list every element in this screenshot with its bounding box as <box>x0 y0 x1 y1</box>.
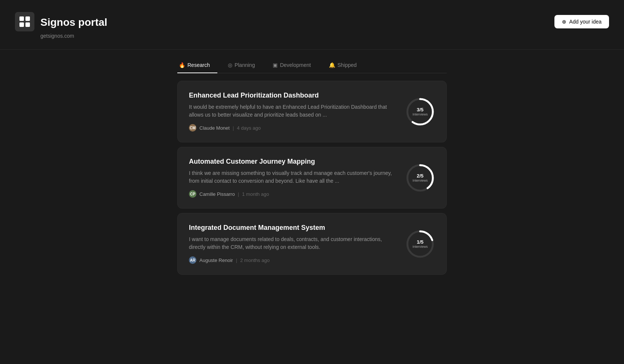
time-ago: 1 month ago <box>242 191 269 197</box>
card-meta: CM Claude Monet | 4 days ago <box>189 124 398 132</box>
logo-title-row: Signos portal <box>15 12 107 31</box>
card-body: Integrated Document Management System I … <box>189 224 398 264</box>
avatar: CM <box>189 124 196 132</box>
ring-fraction: 1/5 <box>417 240 423 244</box>
card-item[interactable]: Integrated Document Management System I … <box>177 213 447 275</box>
ring-text: Interviews <box>413 113 428 116</box>
card-body: Enhanced Lead Prioritization Dashboard I… <box>189 92 398 132</box>
tab-shipped[interactable]: 🔔 Shipped <box>327 58 364 73</box>
site-title: Signos portal <box>40 16 107 28</box>
tabs: 🔥 Research ◎ Planning ▣ Development 🔔 Sh… <box>177 57 447 73</box>
ring-fraction: 3/5 <box>417 107 423 112</box>
tab-planning[interactable]: ◎ Planning <box>226 58 263 73</box>
research-icon: 🔥 <box>179 62 185 68</box>
card-item[interactable]: Enhanced Lead Prioritization Dashboard I… <box>177 81 447 142</box>
author-name: Auguste Renoir <box>199 257 233 263</box>
author-name: Claude Monet <box>199 125 230 131</box>
card-title: Automated Customer Journey Mapping <box>189 158 398 166</box>
header-left: Signos portal getsignos.com <box>15 12 107 39</box>
time-ago: 2 months ago <box>240 257 270 263</box>
card-title: Integrated Document Management System <box>189 224 398 232</box>
planning-icon: ◎ <box>228 62 232 68</box>
tab-development[interactable]: ▣ Development <box>271 58 318 73</box>
separator: | <box>236 257 237 263</box>
ring-label: 3/5 Interviews <box>413 107 428 116</box>
card-item[interactable]: Automated Customer Journey Mapping I thi… <box>177 147 447 209</box>
card-description: It would be extremely helpful to have an… <box>189 103 398 119</box>
card-description: I think we are missing something to visu… <box>189 169 398 185</box>
ring-text: Interviews <box>413 245 428 249</box>
svg-rect-1 <box>25 16 30 21</box>
tab-research-label: Research <box>187 62 210 68</box>
header: Signos portal getsignos.com ⊕ Add your i… <box>0 0 624 50</box>
time-ago: 4 days ago <box>237 125 261 131</box>
site-subtitle: getsignos.com <box>40 33 107 39</box>
author-name: Camille Pissarro <box>199 191 235 197</box>
development-icon: ▣ <box>273 62 278 68</box>
separator: | <box>233 125 234 131</box>
separator: | <box>238 191 239 197</box>
plus-circle-icon: ⊕ <box>562 19 566 25</box>
progress-ring: 1/5 Interviews <box>405 229 435 259</box>
logo-box <box>15 12 34 31</box>
progress-ring: 3/5 Interviews <box>405 97 435 127</box>
tab-shipped-label: Shipped <box>337 62 357 68</box>
shipped-icon: 🔔 <box>329 62 335 68</box>
ring-label: 2/5 Interviews <box>413 173 428 182</box>
add-idea-label: Add your idea <box>569 19 602 25</box>
progress-ring: 2/5 Interviews <box>405 163 435 193</box>
tab-planning-label: Planning <box>235 62 255 68</box>
card-meta: AR Auguste Renoir | 2 months ago <box>189 256 398 264</box>
card-body: Automated Customer Journey Mapping I thi… <box>189 158 398 198</box>
ring-fraction: 2/5 <box>417 173 423 178</box>
svg-rect-3 <box>25 22 30 27</box>
avatar: AR <box>189 256 196 264</box>
svg-rect-0 <box>19 16 24 21</box>
cards-list: Enhanced Lead Prioritization Dashboard I… <box>177 81 447 279</box>
main-content: 🔥 Research ◎ Planning ▣ Development 🔔 Sh… <box>170 57 454 279</box>
card-description: I want to manage documents related to de… <box>189 235 398 251</box>
add-idea-button[interactable]: ⊕ Add your idea <box>554 15 609 28</box>
svg-rect-2 <box>19 22 24 27</box>
signos-logo-icon <box>19 16 31 28</box>
tab-development-label: Development <box>280 62 311 68</box>
tab-research[interactable]: 🔥 Research <box>177 58 217 73</box>
avatar: CP <box>189 190 196 198</box>
ring-label: 1/5 Interviews <box>413 240 428 249</box>
ring-text: Interviews <box>413 179 428 182</box>
card-meta: CP Camille Pissarro | 1 month ago <box>189 190 398 198</box>
card-title: Enhanced Lead Prioritization Dashboard <box>189 92 398 99</box>
